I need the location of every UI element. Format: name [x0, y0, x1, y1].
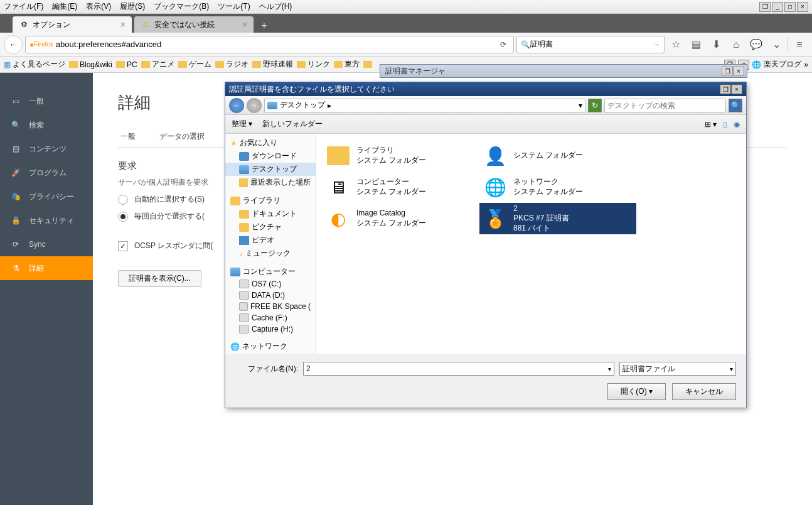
- organize-button[interactable]: 整理 ▾: [232, 119, 252, 129]
- subtab-data[interactable]: データの選択: [157, 126, 207, 147]
- tree-pictures[interactable]: ピクチャ: [225, 220, 316, 234]
- bookmark-folder[interactable]: Blog&wiki: [69, 60, 112, 69]
- search-go-icon[interactable]: →: [653, 40, 660, 49]
- new-tab-button[interactable]: +: [256, 19, 272, 33]
- checkbox-ocsp[interactable]: ✓: [118, 241, 128, 251]
- file-item-user[interactable]: 👤 システム フォルダー: [479, 140, 636, 171]
- menu-edit[interactable]: 編集(E): [52, 1, 77, 12]
- radio-auto[interactable]: [118, 195, 128, 205]
- file-item-cert[interactable]: 🏅 2PKCS #7 証明書881 バイト: [479, 203, 636, 234]
- reload-icon[interactable]: ⟳: [497, 40, 510, 49]
- sidebar-item-privacy[interactable]: 🎭プライバシー: [0, 185, 93, 209]
- view-certificates-button[interactable]: 証明書を表示(C)...: [118, 270, 201, 287]
- search-input[interactable]: [530, 40, 653, 49]
- tree-computer[interactable]: コンピューター: [225, 265, 316, 278]
- home-icon[interactable]: ⌂: [727, 36, 745, 53]
- bookmark-folder[interactable]: アニメ: [141, 59, 174, 70]
- catalog-icon: ◐: [325, 205, 351, 232]
- reading-list-icon[interactable]: ▤: [687, 36, 705, 53]
- file-item-library[interactable]: ライブラリシステム フォルダー: [323, 140, 479, 171]
- cert-restore-icon[interactable]: ❐: [722, 67, 733, 75]
- sidebar-item-advanced[interactable]: ⚗詳細: [0, 256, 93, 280]
- bookmark-folder[interactable]: リンク: [297, 59, 330, 70]
- chevron-right-icon[interactable]: »: [804, 60, 808, 69]
- search-icon[interactable]: 🔍: [729, 99, 742, 112]
- tree-downloads[interactable]: ダウンロード: [225, 149, 316, 163]
- url-input[interactable]: [56, 40, 497, 49]
- help-icon[interactable]: ◉: [734, 120, 740, 129]
- dialog-restore-icon[interactable]: ❐: [720, 84, 731, 94]
- bookmark-folder[interactable]: PC: [116, 60, 137, 69]
- sidebar-item-sync[interactable]: ⟳Sync: [0, 232, 93, 256]
- dialog-search-input[interactable]: [604, 99, 726, 112]
- tree-recent[interactable]: 最近表示した場所: [225, 176, 316, 189]
- sidebar-item-security[interactable]: 🔒セキュリティ: [0, 209, 93, 232]
- menu-history[interactable]: 履歴(S): [120, 1, 145, 12]
- tree-videos[interactable]: ビデオ: [225, 234, 316, 247]
- window-restore-small-icon[interactable]: ❐: [759, 2, 771, 12]
- menu-bookmarks[interactable]: ブックマーク(B): [154, 1, 209, 12]
- dialog-close-icon[interactable]: ×: [731, 84, 742, 94]
- cert-close-icon[interactable]: ×: [733, 67, 744, 75]
- refresh-icon[interactable]: ↻: [588, 99, 602, 112]
- menu-file[interactable]: ファイル(F): [4, 1, 43, 12]
- back-button[interactable]: ←: [4, 35, 23, 54]
- filetype-combo[interactable]: 証明書ファイル▾: [619, 362, 736, 376]
- search-bar[interactable]: 🔍 →: [516, 36, 665, 53]
- bookmark-star-icon[interactable]: ☆: [667, 36, 685, 53]
- view-mode-icon[interactable]: ⊞ ▾: [705, 120, 717, 129]
- dialog-title: 認証局証明書を含むファイルを選択してください: [229, 84, 720, 95]
- tree-network[interactable]: 🌐ネットワーク: [225, 340, 316, 353]
- path-breadcrumb[interactable]: デスクトップ ▸ ▾: [264, 99, 585, 112]
- bookmark-folder[interactable]: 野球速報: [252, 59, 293, 70]
- sidebar-item-content[interactable]: ▤コンテンツ: [0, 137, 93, 161]
- tree-drive[interactable]: OS7 (C:): [225, 278, 316, 290]
- bookmark-folder[interactable]: [363, 61, 372, 68]
- file-item-computer[interactable]: 🖥 コンピューターシステム フォルダー: [323, 171, 479, 203]
- bookmark-most-visited[interactable]: ▦よく見るページ: [4, 59, 65, 70]
- menu-hamburger-icon[interactable]: ≡: [791, 36, 808, 53]
- menu-view[interactable]: 表示(V): [86, 1, 111, 12]
- subtab-general[interactable]: 一般: [118, 126, 138, 147]
- tab-close-icon[interactable]: ×: [242, 19, 247, 30]
- tab-options[interactable]: ⚙ オプション ×: [13, 16, 132, 33]
- file-item-network[interactable]: 🌐 ネットワークシステム フォルダー: [479, 171, 636, 203]
- new-folder-button[interactable]: 新しいフォルダー: [262, 119, 323, 129]
- preview-pane-icon[interactable]: ▯: [723, 120, 727, 129]
- tree-documents[interactable]: ドキュメント: [225, 207, 316, 220]
- cancel-button[interactable]: キャンセル: [672, 383, 736, 400]
- radio-manual[interactable]: [118, 212, 128, 222]
- pocket-icon[interactable]: ⌄: [767, 36, 785, 53]
- tab-insecure[interactable]: ⚠ 安全ではない接続 ×: [134, 16, 254, 33]
- downloads-icon[interactable]: ⬇: [707, 36, 725, 53]
- sidebar-item-search[interactable]: 🔍検索: [0, 113, 93, 137]
- tree-library[interactable]: ライブラリ: [225, 194, 316, 207]
- open-button[interactable]: 開く(O) ▾: [607, 383, 666, 400]
- tree-favorites[interactable]: ★お気に入り: [225, 136, 316, 149]
- bookmark-folder[interactable]: ラジオ: [215, 59, 248, 70]
- tab-close-icon[interactable]: ×: [120, 19, 126, 30]
- nav-forward-icon[interactable]: →: [247, 98, 262, 113]
- menu-tools[interactable]: ツール(T): [218, 1, 250, 12]
- window-minimize-icon[interactable]: _: [772, 2, 783, 12]
- tree-music[interactable]: ♪ミュージック: [225, 247, 316, 260]
- menu-help[interactable]: ヘルプ(H): [259, 1, 292, 12]
- nav-back-icon[interactable]: ←: [229, 98, 244, 113]
- bookmark-rakuten[interactable]: 楽天ブログ: [764, 59, 801, 70]
- chevron-down-icon[interactable]: ▾: [579, 101, 582, 110]
- tree-desktop[interactable]: デスクトップ: [225, 163, 316, 176]
- tree-drive[interactable]: DATA (D:): [225, 290, 316, 301]
- bookmark-folder[interactable]: 東方: [334, 59, 360, 70]
- tree-drive[interactable]: Cache (F:): [225, 312, 316, 323]
- window-close-icon[interactable]: ×: [797, 2, 808, 12]
- window-maximize-icon[interactable]: □: [784, 2, 796, 12]
- chat-icon[interactable]: 💬: [747, 36, 765, 53]
- sidebar-item-applications[interactable]: 🚀プログラム: [0, 161, 93, 185]
- sidebar-item-general[interactable]: ▭一般: [0, 89, 93, 113]
- filename-combo[interactable]: 2▾: [303, 362, 614, 376]
- bookmark-folder[interactable]: ゲーム: [178, 59, 211, 70]
- file-item-catalog[interactable]: ◐ Image Catalogシステム フォルダー: [323, 203, 479, 234]
- tree-drive[interactable]: Capture (H:): [225, 323, 316, 335]
- tree-drive[interactable]: FREE BK Space (: [225, 301, 316, 312]
- url-bar[interactable]: ● Firefox ⟳: [25, 36, 514, 53]
